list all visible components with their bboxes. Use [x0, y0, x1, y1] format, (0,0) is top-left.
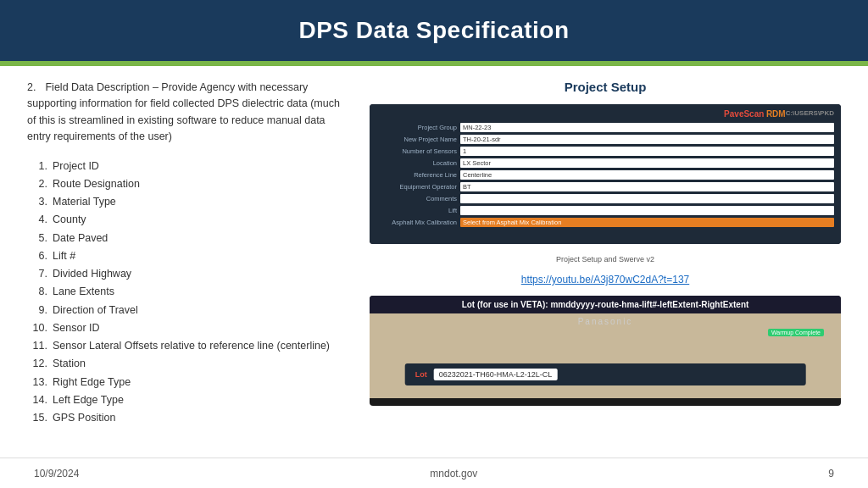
- lot-header-bar: Lot (for use in VETA): mmddyyyy-route-hm…: [370, 296, 841, 313]
- screenshot-caption: Project Setup and Swerve v2: [370, 255, 841, 263]
- footer-date: 10/9/2024: [34, 468, 79, 480]
- list-item: 6.Lift #: [27, 247, 349, 265]
- field-list: 1.Project ID 2.Route Designation 3.Mater…: [27, 158, 349, 428]
- list-item: 11.Sensor Lateral Offsets relative to re…: [27, 337, 349, 355]
- list-item: 13.Right Edge Type: [27, 374, 349, 391]
- pavescan-row-sensors: Number of Sensors 1: [376, 147, 834, 156]
- lot-screenshot: Lot (for use in VETA): mmddyyyy-route-hm…: [370, 296, 841, 406]
- page-title: DPS Data Specification: [298, 17, 569, 44]
- main-content: 2. Field Data Description – Provide Agen…: [0, 66, 868, 458]
- video-link[interactable]: https://youtu.be/A3j870wC2dA?t=137: [370, 274, 841, 286]
- footer-page: 9: [828, 468, 834, 480]
- footer: 10/9/2024 mndot.gov 9: [0, 458, 868, 488]
- pavescan-header: PaveScan RDM C:\USERS\PKD: [376, 109, 834, 119]
- lot-content: Panasonic Warmup Complete Lot 06232021-T…: [370, 313, 841, 398]
- lot-inner-box: Lot 06232021-TH60-HMA-L2-12L-CL: [405, 363, 806, 385]
- list-item: 5.Date Paved: [27, 230, 349, 247]
- list-item: 12.Station: [27, 355, 349, 373]
- list-item: 7.Divided Highway: [27, 265, 349, 283]
- pavescan-row-refline: Reference Line Centerline: [376, 170, 834, 180]
- pavescan-row-lift: Lift: [376, 206, 834, 215]
- list-item: 14.Left Edge Type: [27, 391, 349, 409]
- project-setup-title: Project Setup: [370, 80, 841, 94]
- pavescan-row-comments: Comments: [376, 194, 834, 203]
- list-item: 9.Direction of Travel: [27, 302, 349, 319]
- footer-website: mndot.gov: [430, 468, 477, 480]
- page-header: DPS Data Specification: [0, 0, 868, 61]
- intro-text: Field Data Description – Provide Agency …: [27, 81, 340, 142]
- list-item: 10.Sensor ID: [27, 319, 349, 337]
- warmup-badge: Warmup Complete: [768, 329, 824, 336]
- list-item: 1.Project ID: [27, 158, 349, 175]
- list-item: 3.Material Type: [27, 193, 349, 211]
- intro-paragraph: 2. Field Data Description – Provide Agen…: [27, 80, 349, 146]
- pavescan-row-project-group: Project Group MN-22-23: [376, 123, 834, 132]
- pavescan-row-mix-cal: Asphalt Mix Calibration Select from Asph…: [376, 218, 834, 227]
- right-column: Project Setup PaveScan RDM C:\USERS\PKD …: [370, 80, 841, 458]
- panasonic-logo: Panasonic: [578, 317, 633, 326]
- list-item: 2.Route Designation: [27, 175, 349, 193]
- intro-number: 2.: [27, 80, 42, 96]
- list-item: 8.Lane Extents: [27, 283, 349, 301]
- list-item: 15.GPS Position: [27, 409, 349, 427]
- pavescan-ui: PaveScan RDM C:\USERS\PKD Project Group …: [370, 104, 841, 244]
- pavescan-row-location: Location LX Sector: [376, 158, 834, 168]
- list-item: 4.County: [27, 211, 349, 229]
- pavescan-row-project-name: New Project Name TH-20-21-sdr: [376, 135, 834, 144]
- lot-label: Lot: [415, 370, 427, 379]
- pavescan-row-operator: Equipment Operator BT: [376, 182, 834, 191]
- project-setup-screenshot: PaveScan RDM C:\USERS\PKD Project Group …: [370, 104, 841, 244]
- left-column: 2. Field Data Description – Provide Agen…: [27, 80, 349, 458]
- lot-value: 06232021-TH60-HMA-L2-12L-CL: [434, 369, 558, 380]
